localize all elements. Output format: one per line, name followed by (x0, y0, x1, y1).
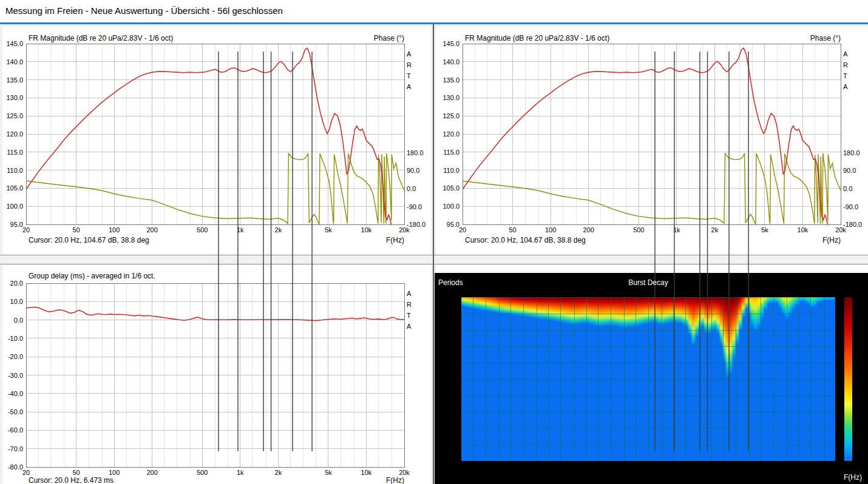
arta-logo: A (837, 300, 842, 307)
svg-text:24.0: 24.0 (446, 425, 458, 432)
svg-text:-30.0: -30.0 (855, 457, 868, 465)
svg-text:27.0: 27.0 (446, 441, 458, 448)
svg-text:200: 200 (581, 466, 592, 473)
svg-text:100: 100 (543, 466, 554, 473)
fr-left-title: FR Magnitude (dB re 20 uPa/2.83V - 1/6 o… (29, 34, 173, 42)
arta-logo: T (837, 321, 841, 329)
fr-right-cursor-readout: Cursor: 20.0 Hz, 104.67 dB, 38.8 deg (465, 236, 586, 244)
fr-right-phase-axis-label: Phase (°) (797, 34, 841, 42)
svg-text:21.0: 21.0 (446, 408, 458, 415)
group-delay-cursor-readout: Cursor: 20.0 Hz, 6.473 ms (29, 476, 114, 484)
svg-text:5k: 5k (758, 466, 765, 473)
group-delay-freq-axis-label: F(Hz) (364, 476, 404, 484)
svg-text:-15.0: -15.0 (855, 375, 868, 383)
fr-right-title: FR Magnitude (dB re 20 uPa/2.83V - 1/6 o… (465, 34, 609, 42)
svg-text:1k: 1k (670, 466, 677, 473)
svg-text:-0.0: -0.0 (855, 294, 866, 301)
burst-decay-freq-axis-label: F(Hz) (813, 473, 862, 482)
svg-text:12.0: 12.0 (446, 359, 458, 366)
svg-text:-21.0: -21.0 (855, 408, 868, 415)
svg-text:-6.0: -6.0 (855, 326, 866, 334)
group-delay-title: Group delay (ms) - averaged in 1/6 oct. (29, 272, 155, 280)
svg-text:-9.0: -9.0 (855, 343, 866, 350)
svg-text:-24.0: -24.0 (855, 425, 868, 432)
svg-text:9.0: 9.0 (449, 343, 458, 350)
fr-left-phase-axis-label: Phase (°) (361, 34, 404, 42)
svg-text:15.0: 15.0 (446, 375, 458, 383)
svg-text:-12.0: -12.0 (855, 359, 868, 366)
svg-text:10k: 10k (793, 466, 804, 473)
svg-text:-27.0: -27.0 (855, 441, 868, 448)
svg-text:0: 0 (455, 294, 458, 301)
svg-text:500: 500 (631, 466, 642, 473)
fr-left-freq-axis-label: F(Hz) (364, 236, 404, 244)
svg-text:50: 50 (507, 466, 515, 473)
fr-left-cursor-readout: Cursor: 20.0 Hz, 104.67 dB, 38.8 deg (29, 236, 149, 244)
svg-text:18.0: 18.0 (446, 392, 458, 399)
svg-text:-18.0: -18.0 (855, 392, 868, 399)
svg-text:3.0: 3.0 (449, 310, 458, 317)
svg-text:-3.0: -3.0 (855, 310, 866, 317)
arta-logo: R (837, 311, 842, 318)
svg-text:30.0: 30.0 (446, 457, 458, 465)
svg-text:2k: 2k (708, 466, 715, 473)
svg-text:6.0: 6.0 (449, 326, 458, 334)
fr-right-freq-axis-label: F(Hz) (801, 236, 841, 244)
burst-decay-periods-label: Periods (438, 278, 463, 287)
burst-decay-title: Burst Decay (461, 278, 835, 287)
arta-logo: A (837, 332, 842, 340)
colorbar (844, 297, 852, 461)
